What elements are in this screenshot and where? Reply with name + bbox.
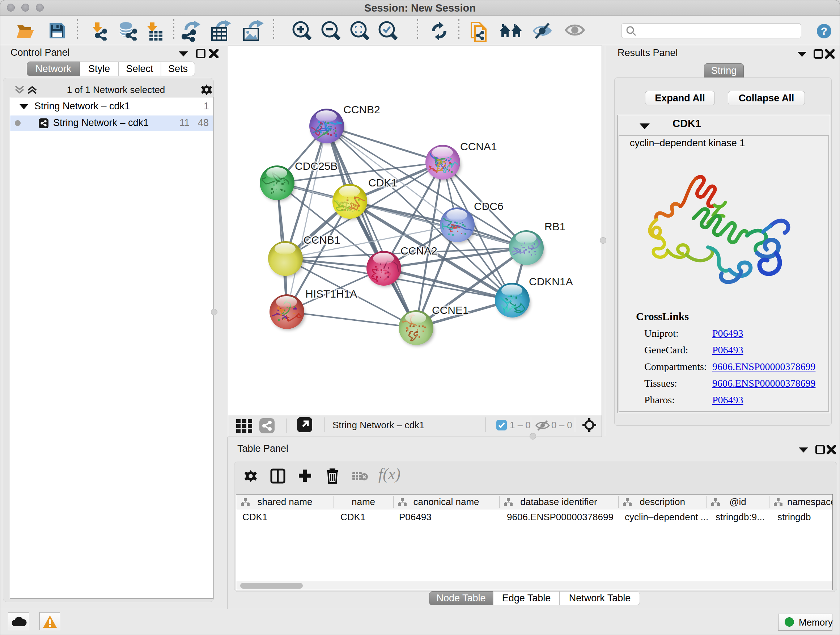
svg-text:CDKN1A: CDKN1A	[529, 276, 573, 287]
svg-text:CCNA1: CCNA1	[460, 141, 497, 152]
svg-text:HIST1H1A: HIST1H1A	[305, 288, 357, 300]
svg-text:CCNE1: CCNE1	[432, 304, 469, 316]
svg-text:CDC6: CDC6	[474, 200, 504, 212]
svg-text:?: ?	[821, 25, 827, 37]
svg-text:CDC25B: CDC25B	[295, 160, 338, 172]
svg-text:CDK1: CDK1	[368, 177, 397, 188]
svg-text:CCNB1: CCNB1	[303, 234, 340, 246]
svg-text:CCNB2: CCNB2	[343, 103, 380, 116]
svg-text:RB1: RB1	[545, 220, 565, 233]
svg-text:CCNA2: CCNA2	[401, 245, 437, 257]
